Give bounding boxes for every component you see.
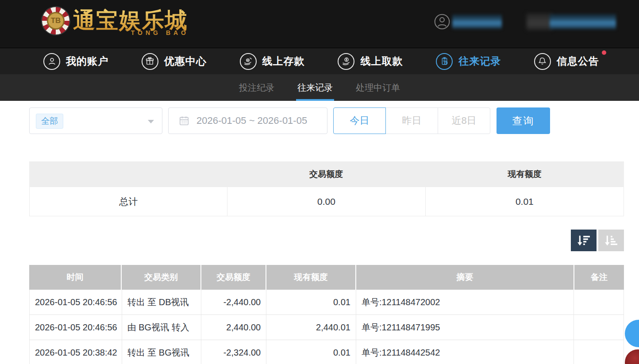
date-range-value: 2026-01-05 ~ 2026-01-05 [196,115,307,126]
user-avatar-icon [434,13,450,30]
summary-balance-total: 0.01 [425,187,624,216]
chevron-down-icon [148,120,154,123]
nav-item-transaction-records[interactable]: 往来记录 [436,53,501,70]
sort-ascending-button[interactable] [598,230,624,251]
summary-header-empty [29,161,227,187]
summary-header-transaction: 交易额度 [227,161,425,187]
summary-table: 交易额度 现有额度 总计 0.00 0.01 [29,161,624,216]
nav-item-my-account[interactable]: 我的账户 [43,53,108,70]
deposit-hand-icon [240,53,257,70]
summary-transaction-total: 0.00 [227,187,425,216]
summary-total-label: 总计 [30,187,227,216]
table-header-row: 时间 交易类别 交易额度 现有额度 摘要 备注 [29,265,624,290]
sub-nav: 投注纪录 往来记录 处理中订单 [0,74,639,101]
quick-range-group: 今日 昨日 近8日 [333,107,490,134]
nav-item-promotions[interactable]: 优惠中心 [142,53,207,70]
cell-time: 2026-01-05 20:38:42 [30,340,122,364]
chip-monogram: TB [47,12,65,30]
header-remark: 备注 [574,265,624,290]
cell-summary: 单号:121148471995 [356,315,574,340]
range-today-button[interactable]: 今日 [333,107,386,134]
cell-summary: 单号:121148472002 [356,290,574,314]
redacted-username [452,14,502,29]
cell-balance: 0.01 [266,290,356,314]
transaction-records-page: { "brand": { "chip_text": "TB", "name": … [0,0,639,364]
brand-text: 通宝娱乐城 TONG BAO [73,8,188,33]
user-circle-icon [43,53,60,70]
floating-service-button[interactable] [625,349,639,364]
cell-remark [574,290,624,314]
tab-transaction-records[interactable]: 往来记录 [296,74,334,101]
search-button[interactable]: 查询 [497,107,550,134]
sort-descending-icon [576,234,591,247]
nav-item-announcements[interactable]: 信息公告 [534,53,599,70]
tab-betting-records[interactable]: 投注纪录 [238,74,276,101]
cell-balance: 2,440.01 [266,315,356,340]
transaction-type-select[interactable]: 全部 [29,107,162,134]
redacted-label [527,13,552,30]
summary-header-balance: 现有额度 [425,161,624,187]
cell-summary: 单号:121148442542 [356,340,574,364]
brand-subtitle: TONG BAO [131,29,189,36]
cell-amount: 2,440.00 [201,315,266,340]
table-row: 2026-01-05 20:38:42 转出 至 BG视讯 -2,324.00 … [29,340,624,364]
table-row: 2026-01-05 20:46:56 转出 至 DB视讯 -2,440.00 … [29,290,624,315]
redacted-balance [550,14,616,30]
cell-type: 转出 至 DB视讯 [122,290,202,314]
cell-type: 由 BG视讯 转入 [122,315,202,340]
sort-buttons [571,230,624,251]
main-nav: 我的账户 优惠中心 线上存款 线上 [0,48,639,74]
header-amount: 交易额度 [201,265,266,290]
summary-total-row: 总计 0.00 0.01 [29,187,624,216]
table-row: 2026-01-05 20:46:56 由 BG视讯 转入 2,440.00 2… [29,315,624,340]
transactions-table: 时间 交易类别 交易额度 现有额度 摘要 备注 2026-01-05 20:46… [29,265,624,364]
sort-ascending-icon [604,234,619,247]
notification-dot [602,50,606,55]
header-type: 交易类别 [122,265,201,290]
cell-amount: -2,324.00 [201,340,266,364]
range-yesterday-button[interactable]: 昨日 [385,107,438,134]
cell-type: 转出 至 BG视讯 [122,340,202,364]
calendar-icon [178,115,190,126]
cell-time: 2026-01-05 20:46:56 [30,315,122,340]
cell-remark [574,315,624,340]
nav-item-withdraw[interactable]: 线上取款 [338,53,403,70]
cell-amount: -2,440.00 [201,290,266,314]
floating-chat-button[interactable] [625,320,639,347]
header-balance: 现有额度 [266,265,356,290]
withdraw-hand-icon [338,53,354,70]
bell-icon [534,53,551,70]
sort-descending-button[interactable] [571,230,597,251]
nav-item-deposit[interactable]: 线上存款 [240,53,305,70]
casino-chip-icon: TB [42,7,69,34]
selected-type-chip[interactable]: 全部 [36,114,63,129]
cell-remark [574,340,624,364]
header-time: 时间 [29,265,122,290]
gift-icon [142,53,158,70]
records-icon [436,53,453,70]
site-header: TB 通宝娱乐城 TONG BAO [0,0,639,48]
tab-processing-orders[interactable]: 处理中订单 [354,74,401,101]
header-summary: 摘要 [356,265,574,290]
range-last8days-button[interactable]: 近8日 [438,107,490,134]
date-range-input[interactable]: 2026-01-05 ~ 2026-01-05 [168,107,327,134]
cell-balance: 0.01 [266,340,356,364]
user-area [434,13,616,30]
cell-time: 2026-01-05 20:46:56 [30,290,122,314]
summary-header-row: 交易额度 现有额度 [29,161,624,187]
brand-logo[interactable]: TB 通宝娱乐城 TONG BAO [42,7,188,34]
